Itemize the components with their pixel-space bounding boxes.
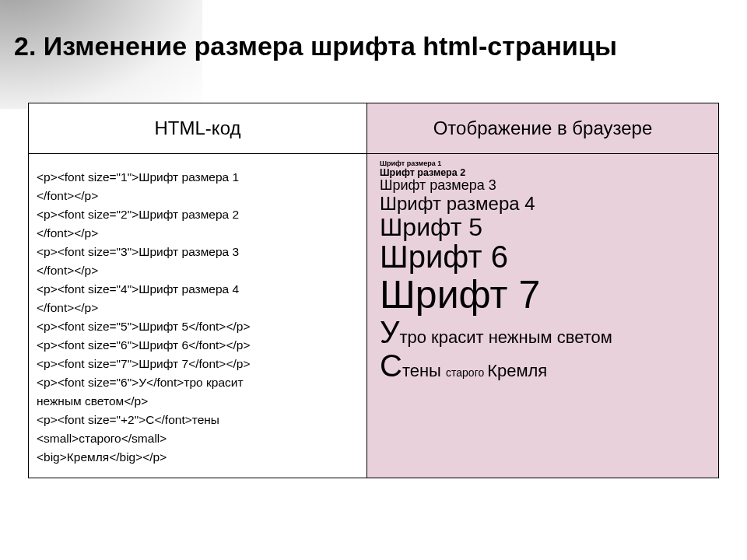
code-line: <p><font size="4">Шрифт размера 4 (37, 280, 359, 299)
code-line: <big>Кремля</big></p> (37, 448, 359, 467)
cell-browser-render: Шрифт размера 1 Шрифт размера 2 Шрифт ра… (367, 154, 719, 478)
render-size-2: Шрифт размера 2 (380, 168, 706, 179)
poem1-rest: тро красит нежным светом (399, 327, 612, 347)
poem2-small: старого (446, 366, 487, 379)
poem1-capital: У (380, 315, 399, 349)
code-line: <p><font size="5">Шрифт 5</font></p> (37, 317, 359, 336)
code-line: <small>старого</small> (37, 429, 359, 448)
render-poem-1: Утро красит нежным светом (380, 316, 706, 349)
code-line: <p><font size="2">Шрифт размера 2 (37, 205, 359, 224)
render-size-4: Шрифт размера 4 (380, 194, 706, 214)
font-size-table: HTML-код Отображение в браузере <p><font… (28, 103, 719, 478)
render-size-3: Шрифт размера 3 (380, 178, 706, 193)
poem2-big: Кремля (487, 361, 547, 380)
code-line: <p><font size="6">Шрифт 6</font></p> (37, 336, 359, 355)
code-line: <p><font size="+2">С</font>тены (37, 411, 359, 429)
code-line: </font></p> (37, 299, 359, 317)
code-line: </font></p> (37, 224, 359, 243)
code-line: <p><font size="6">У</font>тро красит (37, 373, 359, 392)
code-line: </font></p> (37, 187, 359, 205)
slide-title: 2. Изменение размера шрифта html-страниц… (14, 31, 617, 61)
poem2-a: тены (402, 361, 446, 380)
render-size-7: Шрифт 7 (380, 274, 706, 316)
cell-html-code: <p><font size="1">Шрифт размера 1 </font… (29, 154, 367, 478)
render-poem-2: Стены старого Кремля (380, 349, 706, 383)
header-browser-render: Отображение в браузере (367, 103, 719, 154)
code-line: <p><font size="7">Шрифт 7</font></p> (37, 355, 359, 373)
render-size-6: Шрифт 6 (380, 240, 706, 274)
code-line: <p><font size="3">Шрифт размера 3 (37, 243, 359, 261)
code-line: нежным светом</p> (37, 392, 359, 411)
table-header-row: HTML-код Отображение в браузере (29, 103, 719, 154)
header-html-code: HTML-код (29, 103, 367, 154)
code-line: <p><font size="1">Шрифт размера 1 (37, 168, 359, 187)
code-line: </font></p> (37, 261, 359, 280)
table-body-row: <p><font size="1">Шрифт размера 1 </font… (29, 154, 719, 478)
poem2-capital: С (380, 348, 402, 383)
render-size-5: Шрифт 5 (380, 214, 706, 241)
